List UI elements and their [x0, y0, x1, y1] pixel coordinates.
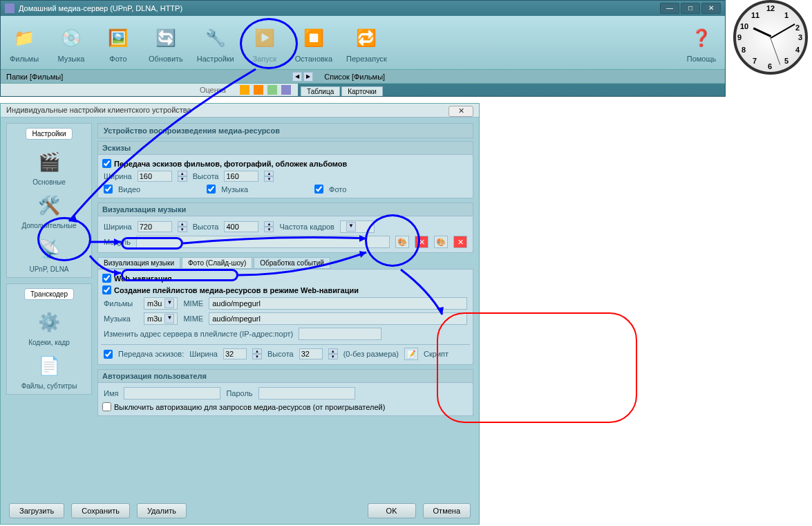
auth-password[interactable] — [258, 387, 355, 400]
main-window: Домашний медиа-сервер (UPnP, DLNA, HTTP)… — [0, 0, 726, 97]
photo-cb[interactable] — [314, 185, 323, 194]
help-button[interactable]: ❓ Помощь — [685, 23, 718, 63]
codecs-icon: ⚙️ — [31, 307, 67, 337]
color-picker-icon[interactable]: 🎨 — [395, 236, 409, 248]
webnav-label: Web-навигация — [114, 274, 172, 283]
cat-codecs[interactable]: ⚙️ Кодеки, кадр — [28, 307, 70, 346]
delete-button[interactable]: Удалить — [137, 503, 187, 518]
cat-files[interactable]: 📄 Файлы, субтитры — [21, 350, 77, 390]
playlist-label: Создание плейлистов медиа-ресурсов в реж… — [114, 286, 359, 294]
tab-table[interactable]: Таблица — [301, 86, 340, 96]
app-icon — [5, 3, 15, 13]
second-hand — [770, 37, 780, 65]
thumb2-w[interactable] — [223, 348, 247, 359]
thumbs-transfer-label: Передача эскизов фильмов, фотографий, об… — [114, 160, 347, 168]
clock-widget: 12 1 2 3 4 5 6 7 8 9 10 11 — [733, 0, 808, 75]
films-button[interactable]: 📁 Фильмы — [8, 23, 41, 63]
next-arrow[interactable]: ▶ — [303, 72, 313, 82]
stop-button[interactable]: ⏹️ Остановка — [295, 23, 332, 63]
cat-upnp[interactable]: 📡 UPnP, DLNA — [29, 234, 68, 273]
vis-height[interactable] — [224, 221, 258, 232]
refresh-icon: 🔄 — [149, 23, 182, 53]
auth-header: Авторизация пользователя — [98, 370, 473, 383]
icon4[interactable] — [281, 85, 291, 95]
upnp-icon: 📡 — [31, 234, 67, 264]
ok-button[interactable]: OK — [368, 503, 416, 518]
restart-button[interactable]: 🔁 Перезапуск — [346, 23, 387, 63]
folders-label: Папки [Фильмы] — [3, 71, 66, 82]
titlebar: Домашний медиа-сервер (UPnP, DLNA, HTTP)… — [1, 1, 725, 16]
spin-down[interactable]: ▼ — [178, 176, 187, 182]
device-settings-dialog: Индивидуальные настройки клиентского уст… — [0, 103, 480, 525]
load-button[interactable]: Загрузить — [9, 503, 64, 518]
module-input[interactable] — [136, 236, 390, 248]
settings-icon: 🔧 — [199, 23, 232, 53]
additional2-icon: 🛠️ — [31, 190, 67, 220]
minimize-button[interactable]: — — [660, 3, 679, 14]
settings-button[interactable]: 🔧 Настройки — [197, 23, 234, 63]
tab-slideshow[interactable]: Фото (Слайд-шоу) — [182, 257, 252, 269]
delete-icon[interactable]: ✕ — [415, 236, 428, 248]
minute-hand — [771, 24, 795, 39]
music-mime[interactable] — [209, 312, 467, 325]
dialog2-close[interactable]: ✕ — [449, 106, 473, 117]
script-icon[interactable]: 📝 — [404, 348, 418, 360]
settings-tab-title[interactable]: Настройки — [26, 128, 72, 140]
photo-button[interactable]: 🖼️ Фото — [102, 23, 135, 63]
save-button[interactable]: Сохранить — [71, 503, 130, 518]
photo-icon: 🖼️ — [102, 23, 135, 53]
tab-cards[interactable]: Карточки — [341, 86, 383, 96]
help-icon: ❓ — [685, 23, 718, 53]
auth-name[interactable] — [124, 387, 220, 400]
start-button[interactable]: ▶️ Запуск — [248, 23, 281, 63]
spin-up[interactable]: ▲ — [178, 171, 187, 176]
music-cb[interactable] — [207, 185, 216, 194]
framerate-combo[interactable]: ▼ — [340, 220, 375, 233]
disable-auth-cb[interactable] — [102, 402, 111, 411]
maximize-button[interactable]: □ — [681, 3, 700, 14]
thumbs-transfer-cb[interactable] — [102, 159, 111, 168]
rating-label: Оценка — [200, 86, 226, 94]
thumb-height[interactable] — [224, 171, 258, 182]
files-icon: 📄 — [31, 350, 67, 381]
cat-additional2[interactable]: 🛠️ Дополнительные — [21, 190, 76, 229]
music-format[interactable]: m3u▼ — [144, 312, 178, 325]
playlist-cb[interactable] — [102, 285, 111, 294]
prev-arrow[interactable]: ◀ — [292, 72, 302, 82]
transcoder-tab-title[interactable]: Транскодер — [24, 288, 74, 300]
main-toolbar: 📁 Фильмы 💿 Музыка 🖼️ Фото 🔄 Обновить 🔧 Н… — [1, 16, 725, 70]
music-icon: 💿 — [55, 23, 88, 53]
stop-icon: ⏹️ — [297, 23, 330, 53]
films-format[interactable]: m3u▼ — [144, 297, 178, 310]
refresh-button[interactable]: 🔄 Обновить — [149, 23, 183, 63]
icon3[interactable] — [267, 85, 277, 95]
main-icon: 🎬 — [31, 147, 67, 177]
cancel-button[interactable]: Отмена — [423, 503, 471, 518]
subbar: Папки [Фильмы] ◀ ▶ Список [Фильмы] — [1, 70, 725, 84]
hour-hand — [753, 27, 772, 37]
vis-width[interactable] — [138, 221, 172, 232]
thumb-width[interactable] — [138, 171, 172, 182]
thumb2-cb[interactable] — [104, 350, 113, 359]
thumb2-h[interactable] — [299, 348, 323, 359]
restart-icon: 🔁 — [350, 23, 383, 53]
films-mime[interactable] — [209, 297, 467, 310]
playback-header: Устройство воспроизведения медиа-ресурсо… — [97, 123, 473, 138]
thumbs-header: Эскизы — [98, 142, 473, 155]
start-icon: ▶️ — [248, 23, 281, 53]
dialog2-title: Индивидуальные настройки клиентского уст… — [6, 106, 191, 115]
webnav-cb[interactable] — [102, 274, 111, 283]
films-icon: 📁 — [8, 23, 41, 53]
delete-icon2[interactable]: ✕ — [453, 236, 467, 248]
server-addr[interactable] — [299, 328, 381, 340]
color-picker-icon2[interactable]: 🎨 — [434, 236, 448, 248]
music-button[interactable]: 💿 Музыка — [55, 23, 88, 63]
tab-events[interactable]: Обработка событий — [254, 257, 330, 269]
icon1[interactable] — [240, 85, 249, 95]
list-label: Список [Фильмы] — [321, 71, 388, 82]
cat-main[interactable]: 🎬 Основные — [31, 147, 67, 186]
video-cb[interactable] — [104, 185, 113, 194]
icon2[interactable] — [254, 85, 263, 95]
close-button[interactable]: ✕ — [701, 3, 721, 14]
tab-vis[interactable]: Визуализация музыки — [97, 257, 180, 269]
